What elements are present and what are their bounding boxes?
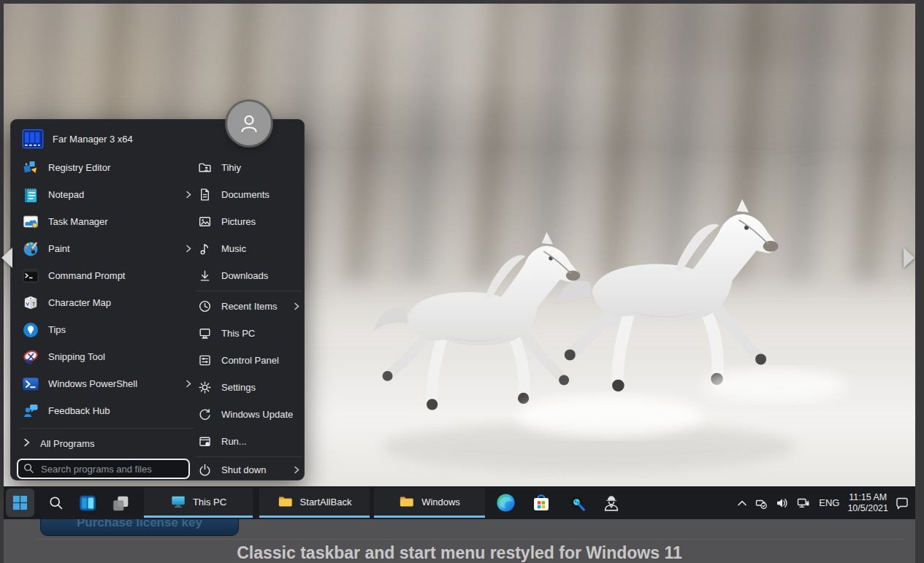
start-menu-left-column: Far Manager 3 x64 Registry Editor Notepa… <box>17 123 196 454</box>
active-indicator <box>259 516 370 518</box>
tray-date: 10/5/2021 <box>847 503 888 514</box>
start-menu-right-column: Tihiy Documents Pictures Music Downloads <box>195 120 303 480</box>
paint-icon <box>21 240 40 258</box>
taskbar-app-label: This PC <box>193 497 226 508</box>
edge-icon <box>495 492 516 513</box>
menu-item-run[interactable]: Run... <box>195 428 303 455</box>
taskbar-app-label: Windows <box>421 497 460 508</box>
chevron-right-icon <box>293 302 300 310</box>
menu-item-label: Feedback Hub <box>48 405 110 416</box>
menu-item-label: Far Manager 3 x64 <box>53 134 133 145</box>
menu-item-tips[interactable]: Tips <box>17 316 196 343</box>
menu-item-windows-powershell[interactable]: Windows PowerShell <box>17 370 196 397</box>
user-folder-icon <box>198 161 212 175</box>
menu-item-label: Task Manager <box>48 216 108 227</box>
taskbar-pinned-spy-tool[interactable] <box>595 488 627 518</box>
taskbar-app-startallback-folder[interactable]: StartAllBack <box>259 488 370 518</box>
task-view-icon <box>111 494 130 513</box>
control-panel-icon <box>198 353 212 367</box>
menu-item-command-prompt[interactable]: Command Prompt <box>17 262 196 289</box>
start-menu-search <box>17 459 190 479</box>
chevron-right-icon <box>185 191 192 199</box>
menu-item-control-panel[interactable]: Control Panel <box>195 347 303 374</box>
tray-notification-icon[interactable] <box>895 496 909 510</box>
tray-network-icon[interactable] <box>796 496 811 510</box>
character-map-icon <box>21 294 40 313</box>
menu-item-label: Tihiy <box>221 162 241 173</box>
taskbar-startallback-button[interactable] <box>74 488 102 518</box>
menu-item-documents[interactable]: Documents <box>195 181 303 208</box>
menu-item-paint[interactable]: Paint <box>17 235 196 262</box>
menu-item-label: Windows Update <box>221 409 293 420</box>
menu-item-recent-items[interactable]: Recent Items <box>195 293 303 320</box>
tray-usb-eject-icon[interactable] <box>754 496 768 510</box>
bug-scanner-icon <box>567 493 587 513</box>
registry-editor-icon <box>21 158 40 177</box>
menu-item-label: Paint <box>48 243 70 254</box>
menu-item-label: Windows PowerShell <box>48 378 137 389</box>
shut-down-item[interactable]: Shut down <box>195 459 303 480</box>
menu-item-label: Command Prompt <box>48 270 125 281</box>
start-button[interactable] <box>6 489 34 517</box>
menu-item-windows-update[interactable]: Windows Update <box>195 401 303 428</box>
taskbar-pinned-bug-scanner[interactable] <box>561 488 593 518</box>
folder-icon <box>278 494 294 510</box>
carousel-prev-arrow-icon[interactable] <box>1 248 12 268</box>
menu-item-music[interactable]: Music <box>195 235 303 262</box>
tray-clock[interactable]: 11:15 AM 10/5/2021 <box>847 492 888 514</box>
menu-item-far-manager[interactable]: Far Manager 3 x64 <box>17 123 196 154</box>
all-programs-item[interactable]: All Programs <box>17 432 196 454</box>
tray-language-indicator[interactable]: ENG <box>817 497 841 508</box>
music-note-icon <box>198 242 212 256</box>
menu-item-label: Snipping Tool <box>48 351 105 362</box>
menu-item-this-pc[interactable]: This PC <box>195 320 303 347</box>
taskbar-pinned-edge[interactable] <box>489 488 522 518</box>
menu-item-label: Run... <box>221 436 247 447</box>
menu-item-character-map[interactable]: Character Map <box>17 289 196 316</box>
menu-item-user-folder[interactable]: Tihiy <box>195 154 303 181</box>
download-arrow-icon <box>198 269 212 283</box>
menu-item-snipping-tool[interactable]: Snipping Tool <box>17 343 196 370</box>
chevron-right-icon <box>185 380 192 388</box>
menu-item-settings[interactable]: Settings <box>195 374 303 401</box>
taskbar-pinned-microsoft-store[interactable] <box>525 488 557 518</box>
sync-icon <box>198 407 212 421</box>
clock-icon <box>198 299 212 313</box>
microsoft-store-icon <box>531 493 551 513</box>
far-manager-icon <box>21 127 45 150</box>
menu-separator <box>196 291 302 291</box>
taskbar: This PC StartAllBack Windows <box>4 486 915 519</box>
shut-down-label: Shut down <box>221 464 266 475</box>
menu-item-registry-editor[interactable]: Registry Editor <box>17 154 196 181</box>
chevron-right-icon <box>293 466 300 474</box>
menu-item-downloads[interactable]: Downloads <box>195 262 303 289</box>
taskbar-search-button[interactable] <box>44 488 69 518</box>
menu-item-task-manager[interactable]: Task Manager <box>17 208 196 235</box>
taskbar-app-this-pc[interactable]: This PC <box>144 488 253 518</box>
gear-icon <box>198 380 212 394</box>
monitor-icon <box>198 326 212 340</box>
search-icon <box>48 495 64 511</box>
command-prompt-icon <box>21 267 40 286</box>
folder-icon <box>399 494 415 510</box>
menu-item-pictures[interactable]: Pictures <box>195 208 303 235</box>
tray-chevron-up-icon[interactable] <box>737 499 747 508</box>
monitor-icon <box>170 494 186 510</box>
carousel-next-arrow-icon[interactable] <box>904 248 915 268</box>
menu-item-label: Music <box>221 243 246 254</box>
menu-separator <box>196 456 302 457</box>
page-divider <box>37 539 904 540</box>
horses-wallpaper-image <box>325 106 873 478</box>
tray-volume-icon[interactable] <box>775 496 790 510</box>
all-programs-label: All Programs <box>40 438 94 449</box>
pictures-icon <box>198 215 212 229</box>
task-view-button[interactable] <box>106 488 135 518</box>
notepad-icon <box>21 185 40 204</box>
taskbar-app-windows-folder[interactable]: Windows <box>374 488 485 518</box>
menu-item-feedback-hub[interactable]: Feedback Hub <box>17 397 196 424</box>
windows-logo-icon <box>12 494 28 511</box>
search-input[interactable] <box>17 459 190 479</box>
spy-icon <box>601 493 622 513</box>
menu-item-notepad[interactable]: Notepad <box>17 181 196 208</box>
task-manager-icon <box>21 212 40 231</box>
